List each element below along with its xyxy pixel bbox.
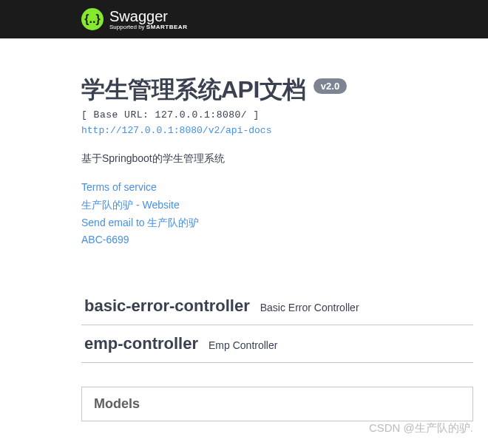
swagger-icon: {..} — [81, 8, 104, 30]
version-badge: v2.0 — [314, 78, 347, 94]
tag-name: emp-controller — [84, 334, 198, 353]
license-link[interactable]: ABC-6699 — [81, 231, 473, 249]
main-content: 学生管理系统API文档 v2.0 [ Base URL: 127.0.0.1:8… — [0, 38, 488, 421]
api-description: 基于Springboot的学生管理系统 — [81, 152, 473, 166]
tag-emp-controller[interactable]: emp-controller Emp Controller — [81, 325, 473, 363]
title-row: 学生管理系统API文档 v2.0 — [81, 74, 473, 106]
tag-name: basic-error-controller — [84, 296, 250, 316]
models-section[interactable]: Models — [81, 387, 473, 421]
swagger-logo[interactable]: {..} Swagger Supported by SMARTBEAR — [81, 8, 187, 30]
models-heading: Models — [94, 396, 461, 412]
supported-brand: SMARTBEAR — [146, 24, 188, 30]
base-url: [ Base URL: 127.0.0.1:8080/ ] — [81, 109, 473, 121]
info-links: Terms of service 生产队的驴 - Website Send em… — [81, 179, 473, 249]
supported-by: Supported by SMARTBEAR — [109, 24, 187, 30]
contact-website-link[interactable]: 生产队的驴 - Website — [81, 197, 473, 214]
brand-text: Swagger — [109, 8, 168, 24]
terms-of-service-link[interactable]: Terms of service — [81, 179, 473, 197]
tag-basic-error-controller[interactable]: basic-error-controller Basic Error Contr… — [81, 288, 473, 325]
topbar: {..} Swagger Supported by SMARTBEAR — [0, 0, 488, 38]
api-docs-link[interactable]: http://127.0.0.1:8080/v2/api-docs — [81, 125, 271, 136]
contact-email-link[interactable]: Send email to 生产队的驴 — [81, 214, 473, 232]
supported-prefix: Supported by — [109, 24, 146, 30]
tags-list: basic-error-controller Basic Error Contr… — [81, 288, 473, 363]
tag-description: Emp Controller — [209, 339, 277, 351]
logo-text-block: Swagger Supported by SMARTBEAR — [109, 8, 187, 30]
tag-description: Basic Error Controller — [260, 302, 359, 313]
api-title: 学生管理系统API文档 — [81, 74, 306, 106]
